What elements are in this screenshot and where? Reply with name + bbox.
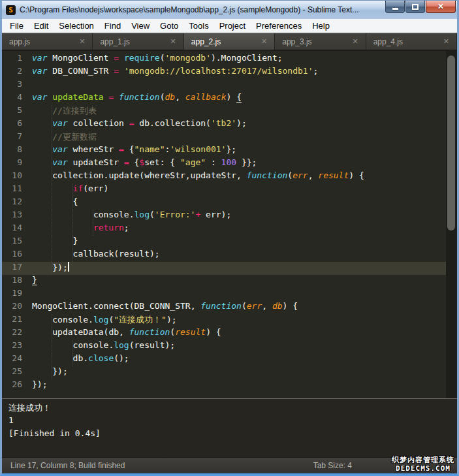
code-token: ) { bbox=[349, 170, 364, 180]
code-line[interactable]: 11if(err) bbox=[2, 183, 457, 197]
menu-item-preferences[interactable]: Preferences bbox=[251, 21, 307, 31]
indent-guide bbox=[52, 353, 72, 366]
code-token: ) { bbox=[206, 327, 221, 337]
menu-item-tools[interactable]: Tools bbox=[183, 21, 214, 31]
indent-guide bbox=[52, 210, 72, 223]
line-content: collection.update(whereStr,updateStr, fu… bbox=[32, 170, 457, 183]
menu-item-view[interactable]: View bbox=[126, 21, 155, 31]
code-line[interactable]: 26}); bbox=[2, 379, 457, 392]
code-line[interactable]: 20MongoClient.connect(DB_CONN_STR, funct… bbox=[2, 301, 457, 314]
editor[interactable]: 1var MongoClient = require('mongodb').Mo… bbox=[2, 51, 457, 398]
window-controls: ✕ bbox=[385, 1, 456, 13]
menu-bar: FileEditSelectionFindViewGotoToolsProjec… bbox=[2, 19, 457, 33]
code-line[interactable]: 14return; bbox=[2, 223, 457, 236]
code-token: (); bbox=[114, 353, 129, 363]
menu-item-file[interactable]: File bbox=[5, 21, 29, 31]
menu-item-edit[interactable]: Edit bbox=[29, 21, 54, 31]
code-line[interactable]: 3 bbox=[2, 79, 457, 92]
line-number: 16 bbox=[2, 249, 32, 262]
sublime-text-logo-icon: S bbox=[6, 5, 16, 15]
code-line[interactable]: 21console.log("连接成功！"); bbox=[2, 314, 457, 327]
minimize-icon bbox=[392, 8, 398, 10]
minimize-button[interactable] bbox=[385, 1, 405, 13]
tab-close-icon[interactable]: ✕ bbox=[256, 37, 267, 46]
code-line[interactable]: 7//更新数据 bbox=[2, 131, 457, 144]
code-token: updateData bbox=[52, 92, 103, 102]
code-line[interactable]: 24db.close(); bbox=[2, 353, 457, 366]
code-line[interactable]: 17}); bbox=[2, 262, 457, 275]
line-number: 11 bbox=[2, 183, 32, 197]
code-area: 1var MongoClient = require('mongodb').Mo… bbox=[2, 53, 457, 392]
line-content: return; bbox=[32, 223, 457, 236]
code-token: }; bbox=[226, 144, 236, 154]
indent-guide bbox=[32, 353, 52, 366]
code-token: ( bbox=[150, 210, 155, 219]
code-line[interactable]: 5//连接到表 bbox=[2, 105, 457, 118]
menu-item-project[interactable]: Project bbox=[214, 21, 251, 31]
close-button[interactable]: ✕ bbox=[426, 1, 456, 13]
tab-app_3.js[interactable]: app_3.js✕ bbox=[275, 33, 366, 50]
tab-app_1.js[interactable]: app_1.js✕ bbox=[93, 33, 183, 50]
code-line[interactable]: 25}); bbox=[2, 366, 457, 379]
tab-app_2.js[interactable]: app_2.js✕ bbox=[184, 33, 275, 50]
tab-app_4.js[interactable]: app_4.js✕ bbox=[366, 33, 457, 50]
indent-guide bbox=[32, 197, 52, 210]
vertical-scrollbar[interactable] bbox=[446, 51, 457, 398]
line-number: 7 bbox=[2, 131, 32, 144]
code-line[interactable]: 9var updateStr = {$set: { "age" : 100 }}… bbox=[2, 157, 457, 170]
line-content: //连接到表 bbox=[32, 105, 457, 118]
code-line[interactable]: 1var MongoClient = require('mongodb').Mo… bbox=[2, 53, 457, 66]
sublime-text-window: S C:\Program Files\nodejs\workspace\samp… bbox=[0, 0, 459, 476]
code-token: ( bbox=[242, 301, 247, 311]
code-token bbox=[114, 92, 119, 102]
code-line[interactable]: 2var DB_CONN_STR = 'mongodb://localhost:… bbox=[2, 66, 457, 79]
tab-close-icon[interactable]: ✕ bbox=[74, 37, 85, 46]
indent-guide bbox=[52, 223, 72, 236]
code-token: require bbox=[124, 53, 160, 63]
code-token: 'tb2' bbox=[211, 118, 236, 128]
code-token: whereStr bbox=[68, 144, 119, 154]
scrollbar-thumb[interactable] bbox=[447, 56, 455, 230]
maximize-button[interactable] bbox=[405, 1, 425, 13]
code-line[interactable]: 13console.log('Error:'+ err); bbox=[2, 210, 457, 223]
code-token: ); bbox=[166, 315, 177, 325]
menu-item-selection[interactable]: Selection bbox=[54, 21, 99, 31]
indent-guide bbox=[32, 314, 52, 327]
indent-guide bbox=[52, 236, 72, 249]
code-line[interactable]: 8var whereStr = {"name":'wilson001'}; bbox=[2, 144, 457, 157]
line-number: 3 bbox=[2, 79, 32, 92]
code-token: if bbox=[73, 183, 84, 193]
code-token: , bbox=[262, 301, 272, 311]
code-line[interactable]: 18} bbox=[2, 275, 457, 288]
line-number: 22 bbox=[2, 327, 32, 340]
line-content: var whereStr = {"name":'wilson001'}; bbox=[32, 144, 457, 157]
menu-item-find[interactable]: Find bbox=[99, 21, 126, 31]
code-line[interactable]: 22updateData(db, function(result) { bbox=[2, 327, 457, 340]
code-line[interactable]: 6var collection = db.collection('tb2'); bbox=[2, 118, 457, 131]
code-line[interactable]: 15} bbox=[2, 236, 457, 249]
code-token: result bbox=[318, 170, 349, 180]
code-token: 'mongodb' bbox=[165, 53, 211, 63]
code-token: db bbox=[272, 301, 283, 311]
code-line[interactable]: 16callback(result); bbox=[2, 249, 457, 262]
tab-app.js[interactable]: app.js✕ bbox=[2, 33, 93, 50]
line-content: } bbox=[32, 236, 457, 249]
code-line[interactable]: 12{ bbox=[2, 197, 457, 210]
code-token: { bbox=[124, 144, 135, 154]
line-number: 1 bbox=[2, 53, 32, 66]
tab-close-icon[interactable]: ✕ bbox=[347, 37, 358, 46]
line-content: } bbox=[32, 275, 457, 288]
code-line[interactable]: 4var updateData = function(db, callback)… bbox=[2, 92, 457, 105]
code-line[interactable]: 19 bbox=[2, 288, 457, 301]
tab-close-icon[interactable]: ✕ bbox=[438, 37, 449, 46]
tab-close-icon[interactable]: ✕ bbox=[165, 37, 176, 46]
menu-item-goto[interactable]: Goto bbox=[155, 21, 183, 31]
code-line[interactable]: 23console.log(result); bbox=[2, 340, 457, 353]
code-token: db. bbox=[73, 353, 88, 363]
code-token: ( bbox=[170, 327, 175, 337]
tab-label: app_4.js bbox=[373, 37, 403, 46]
tab-size-indicator[interactable]: Tab Size: 4 bbox=[313, 461, 352, 470]
code-line[interactable]: 10collection.update(whereStr,updateStr, … bbox=[2, 170, 457, 183]
line-number: 13 bbox=[2, 210, 32, 223]
menu-item-help[interactable]: Help bbox=[307, 21, 335, 31]
